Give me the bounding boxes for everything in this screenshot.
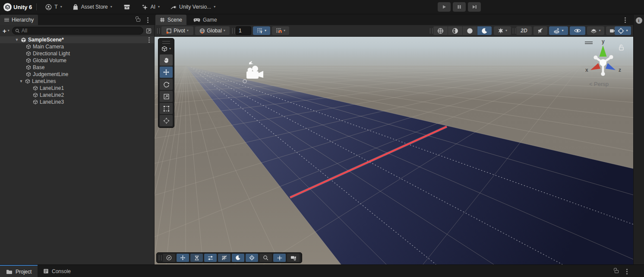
add-object-button[interactable]: + ▾ <box>3 27 9 35</box>
gameobject-cube-icon <box>26 51 31 56</box>
tab-scene[interactable]: Scene <box>155 15 186 25</box>
tab-project[interactable]: Project <box>0 265 38 277</box>
shading-mixed-button[interactable] <box>448 26 462 35</box>
hierarchy-item[interactable]: JudgementLine <box>0 71 154 78</box>
gamepad-icon <box>193 18 200 22</box>
hierarchy-header-actions <box>136 16 151 23</box>
increment-snap-dropdown[interactable]: ▾ <box>272 26 289 35</box>
unlock-icon[interactable] <box>615 270 619 273</box>
play-button[interactable] <box>438 2 451 12</box>
scene-viewport[interactable]: ▾ <box>155 37 633 264</box>
hierarchy-item[interactable]: LaneLine1 <box>0 85 154 92</box>
tab-console[interactable]: Console <box>37 265 77 277</box>
chevron-down-icon: ▾ <box>224 29 225 32</box>
game-tab-label: Game <box>203 17 217 23</box>
package-manager-button[interactable] <box>118 2 136 12</box>
scene-header-row[interactable]: ▼ SampleScene* <box>0 36 154 43</box>
rect-tool[interactable] <box>160 103 173 114</box>
scale-tool[interactable] <box>160 91 173 102</box>
step-button[interactable] <box>468 2 481 12</box>
foldout-icon[interactable]: ▼ <box>15 38 19 42</box>
hierarchy-item[interactable]: Global Volume <box>0 57 154 64</box>
search-tool-button[interactable] <box>259 254 272 262</box>
hierarchy-item[interactable]: ▼ LaneLines <box>0 78 154 85</box>
visibility-toggle-button[interactable] <box>570 26 585 35</box>
projection-toggle[interactable]: < Persp <box>589 81 609 87</box>
hierarchy-item[interactable]: LaneLine3 <box>0 99 154 105</box>
2d-toggle-button[interactable]: 2D <box>516 26 532 35</box>
moon-tool-button[interactable] <box>232 254 244 262</box>
hierarchy-search-input[interactable]: All <box>12 27 143 35</box>
move-overlay-button[interactable] <box>177 254 189 262</box>
grid-snap-y-dropdown[interactable]: Y ▾ <box>253 26 270 35</box>
shading-wireframe-button[interactable] <box>433 26 448 35</box>
horizon-haze <box>155 47 633 100</box>
transform-tool[interactable] <box>160 115 173 126</box>
console-icon <box>43 268 49 274</box>
hierarchy-item[interactable]: Main Camera <box>0 43 154 50</box>
effects-dropdown[interactable]: ▾ <box>494 26 511 35</box>
tab-game[interactable]: Game <box>189 15 221 25</box>
grid-size-input[interactable]: 1 <box>236 26 251 35</box>
gameobject-cube-icon <box>26 72 31 77</box>
gizmo-unlock-icon[interactable] <box>619 45 623 50</box>
scene-row-kebab[interactable] <box>146 36 152 43</box>
ai-label: AI <box>151 4 155 10</box>
move-tool[interactable] <box>160 67 173 78</box>
orientation-dropdown[interactable]: Global ▾ <box>195 26 230 35</box>
overlay-drag-handle[interactable] <box>159 255 161 261</box>
hierarchy-item[interactable]: Directional Light <box>0 50 154 57</box>
ai-menu[interactable]: AI ▾ <box>137 2 164 12</box>
hierarchy-item[interactable]: LaneLine2 <box>0 92 154 99</box>
hierarchy-item[interactable]: Base <box>0 64 154 71</box>
gizmos-dropdown[interactable]: ▾ <box>615 26 631 35</box>
version-label: Unity Versio... <box>179 4 211 10</box>
overlay-drag-handle[interactable] <box>162 41 170 44</box>
toolbar-drag-handle[interactable] <box>157 28 160 34</box>
x-axis-cone[interactable] <box>590 63 600 70</box>
toolbar-drag-handle[interactable] <box>430 28 432 34</box>
project-tab-label: Project <box>16 269 32 275</box>
layers-dropdown[interactable]: ▾ <box>587 26 604 35</box>
move-small-tool-button[interactable] <box>273 254 286 262</box>
unlock-icon[interactable] <box>136 19 140 22</box>
fx-layers-dropdown[interactable]: ▾ <box>549 26 568 35</box>
bottom-menu-kebab[interactable] <box>624 268 630 275</box>
version-control-menu[interactable]: Unity Versio... ▾ <box>166 2 220 12</box>
orientation-gizmo-overlay: y x z < Persp <box>580 38 633 89</box>
sliders-tool-button[interactable] <box>204 254 217 262</box>
tool-context-dropdown[interactable]: ▾ <box>161 46 171 52</box>
hierarchy-menu-kebab[interactable] <box>145 16 151 23</box>
compass-tool-button[interactable] <box>163 254 175 262</box>
view-hand-tool[interactable] <box>160 54 173 66</box>
shading-shaded-button[interactable] <box>463 26 477 35</box>
z-axis-cone[interactable] <box>606 63 616 70</box>
scene-menu-kebab[interactable] <box>622 16 628 23</box>
foldout-icon[interactable]: ▼ <box>19 80 23 83</box>
asset-store-menu[interactable]: Asset Store ▾ <box>68 2 117 12</box>
list-icon <box>4 17 9 23</box>
projection-label: Persp <box>594 81 609 87</box>
info-icon[interactable]: i <box>636 17 642 24</box>
z-axis-label: z <box>619 67 621 73</box>
particles-tool-button[interactable] <box>246 254 258 262</box>
camera-clip-tool-button[interactable] <box>287 254 300 262</box>
overlay-drag-handle[interactable] <box>585 42 593 44</box>
account-menu[interactable]: T ▾ <box>41 2 66 12</box>
y-axis-cone[interactable] <box>600 45 607 57</box>
chevron-down-icon: ▾ <box>158 5 160 9</box>
lighting-toggle-button[interactable] <box>477 26 492 35</box>
rotate-tool[interactable] <box>160 79 173 90</box>
grid-slash-tool-button[interactable] <box>218 254 230 262</box>
pivot-dropdown[interactable]: Pivot ▾ <box>161 26 193 35</box>
toolbar-drag-handle[interactable] <box>232 28 235 34</box>
axis-gizmo[interactable] <box>590 45 616 76</box>
scene-picker-icon[interactable] <box>146 28 152 34</box>
pause-button[interactable] <box>453 2 466 12</box>
hourglass-tool-button[interactable] <box>190 254 203 262</box>
hierarchy-panel: + ▾ All ▼ SampleScene* Main Camera Direc… <box>0 25 155 264</box>
chevron-down-icon: ▾ <box>562 29 563 32</box>
tab-hierarchy[interactable]: Hierarchy <box>0 15 38 25</box>
audio-mute-button[interactable] <box>534 26 547 35</box>
toolbar-drag-handle[interactable] <box>513 28 515 34</box>
